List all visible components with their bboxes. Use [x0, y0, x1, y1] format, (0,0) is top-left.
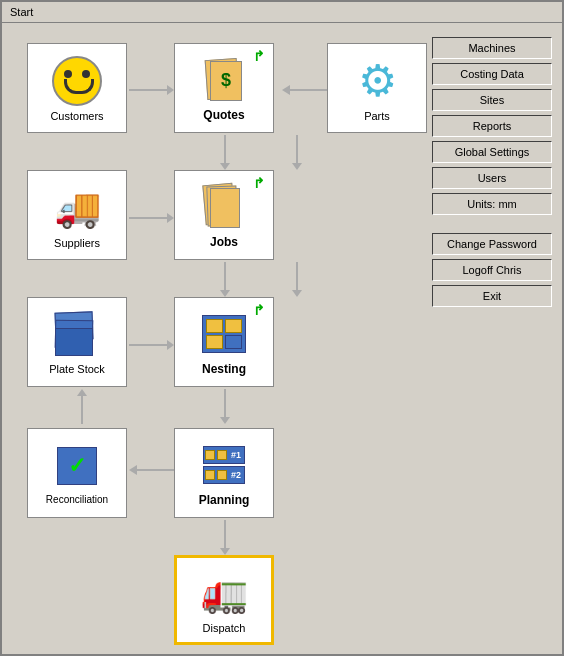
platestock-label: Plate Stock: [49, 363, 105, 375]
quotes-icon: $: [198, 55, 250, 105]
svg-marker-3: [282, 85, 290, 95]
node-suppliers[interactable]: 🚚 Suppliers: [27, 170, 127, 260]
arrow-nesting-planning: [215, 389, 235, 424]
customers-icon: [51, 55, 103, 107]
flow-area: Customers ↱ $ Quotes: [12, 33, 422, 641]
dispatch-icon: 🚛: [201, 567, 248, 619]
arrow-platestock-nesting: [129, 335, 174, 355]
arrow-reconciliation-platestock: [72, 389, 92, 424]
svg-marker-23: [220, 548, 230, 555]
arrow-suppliers-jobs: [129, 208, 174, 228]
suppliers-label: Suppliers: [54, 237, 100, 249]
arrow-right-down: [287, 135, 307, 170]
arrow-parts-quotes: [282, 80, 327, 100]
svg-marker-1: [167, 85, 174, 95]
nesting-label: Nesting: [202, 362, 246, 376]
costing-data-button[interactable]: Costing Data: [432, 63, 552, 85]
nesting-corner-badge: ↱: [253, 302, 265, 318]
title-bar: Start: [2, 2, 562, 23]
nesting-icon: [198, 309, 250, 359]
svg-marker-7: [292, 163, 302, 170]
reconciliation-icon: ✓: [51, 441, 103, 491]
planning-label: Planning: [199, 493, 250, 507]
platestock-icon: [51, 310, 103, 360]
machines-button[interactable]: Machines: [432, 37, 552, 59]
sites-button[interactable]: Sites: [432, 89, 552, 111]
parts-label: Parts: [364, 110, 390, 122]
svg-marker-5: [220, 163, 230, 170]
svg-marker-9: [167, 213, 174, 223]
quotes-label: Quotes: [203, 108, 244, 122]
node-reconciliation[interactable]: ✓ Reconciliation: [27, 428, 127, 518]
svg-marker-21: [129, 465, 137, 475]
units-button[interactable]: Units: mm: [432, 193, 552, 215]
sidebar: Machines Costing Data Sites Reports Glob…: [432, 33, 552, 641]
node-parts[interactable]: ⚙ Parts: [327, 43, 427, 133]
node-quotes[interactable]: ↱ $ Quotes: [174, 43, 274, 133]
node-dispatch[interactable]: 🚛 Dispatch: [174, 555, 274, 645]
arrow-customers-quotes: [129, 80, 174, 100]
svg-marker-11: [220, 290, 230, 297]
global-settings-button[interactable]: Global Settings: [432, 141, 552, 163]
sidebar-spacer: [432, 219, 552, 229]
main-window: Start Customers ↱: [0, 0, 564, 656]
flow-container: Customers ↱ $ Quotes: [17, 33, 417, 641]
reports-button[interactable]: Reports: [432, 115, 552, 137]
dispatch-label: Dispatch: [203, 622, 246, 634]
parts-icon: ⚙: [358, 55, 397, 107]
arrow-jobs-nesting: [215, 262, 235, 297]
window-title: Start: [10, 6, 33, 18]
arrow-planning-reconciliation: [129, 460, 174, 480]
node-planning[interactable]: #1 #2 Planning: [174, 428, 274, 518]
reconciliation-label: Reconciliation: [46, 494, 108, 505]
svg-marker-19: [77, 389, 87, 396]
arrow-planning-dispatch: [215, 520, 235, 555]
svg-marker-17: [220, 417, 230, 424]
users-button[interactable]: Users: [432, 167, 552, 189]
node-customers[interactable]: Customers: [27, 43, 127, 133]
planning-icon: #1 #2: [198, 440, 250, 490]
node-nesting[interactable]: ↱ Nesting: [174, 297, 274, 387]
customers-label: Customers: [50, 110, 103, 122]
node-plate-stock[interactable]: Plate Stock: [27, 297, 127, 387]
quotes-corner-badge: ↱: [253, 48, 265, 64]
jobs-corner-badge: ↱: [253, 175, 265, 191]
change-password-button[interactable]: Change Password: [432, 233, 552, 255]
arrow-quotes-jobs: [215, 135, 235, 170]
arrow-r2-down: [287, 262, 307, 297]
svg-marker-13: [292, 290, 302, 297]
suppliers-icon: 🚚: [54, 182, 101, 234]
jobs-label: Jobs: [210, 235, 238, 249]
exit-button[interactable]: Exit: [432, 285, 552, 307]
jobs-icon: [198, 182, 250, 232]
logoff-button[interactable]: Logoff Chris: [432, 259, 552, 281]
node-jobs[interactable]: ↱ Jobs: [174, 170, 274, 260]
svg-marker-15: [167, 340, 174, 350]
